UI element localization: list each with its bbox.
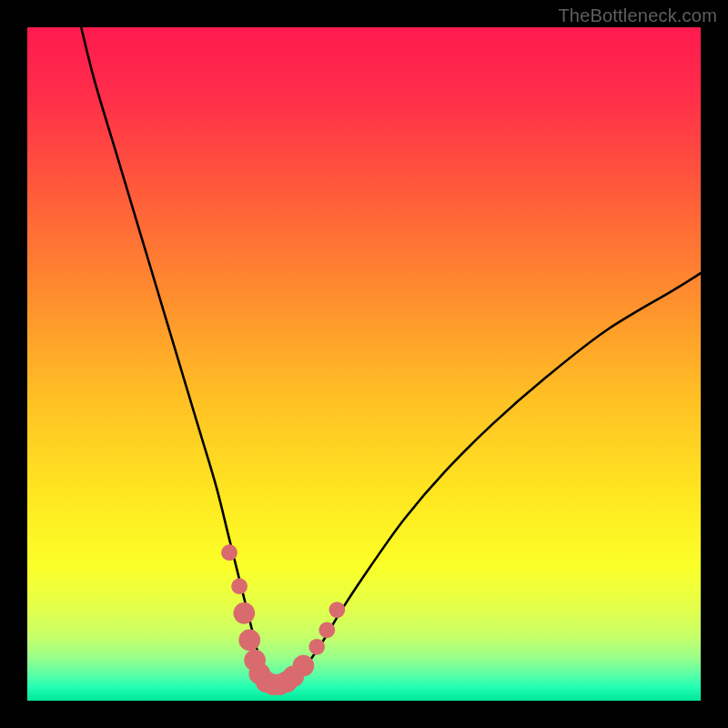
data-marker: [231, 578, 248, 594]
data-markers: [221, 544, 345, 695]
data-marker: [318, 622, 335, 638]
plot-area: [27, 27, 701, 701]
data-marker: [329, 602, 346, 618]
data-marker: [293, 655, 315, 677]
data-marker: [238, 630, 260, 652]
data-marker: [308, 639, 325, 655]
bottleneck-curve: [81, 27, 701, 686]
chart-svg: [27, 27, 701, 701]
attribution-text: TheBottleneck.com: [558, 5, 717, 26]
data-marker: [221, 544, 238, 561]
chart-frame: TheBottleneck.com: [0, 0, 728, 728]
data-marker: [233, 602, 255, 624]
